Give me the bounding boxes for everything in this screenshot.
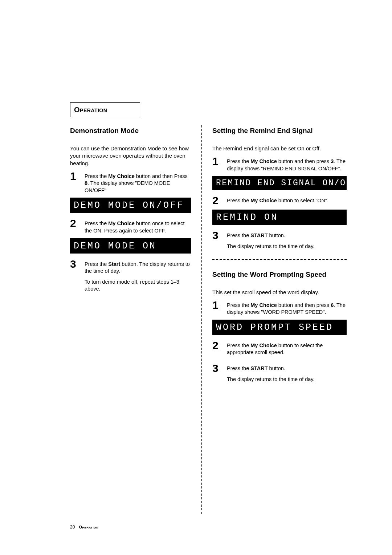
horizontal-divider <box>212 259 347 260</box>
lcd-display: WORD PROMPT SPEED <box>212 320 347 335</box>
heading-demo-mode: Demonstration Mode <box>70 127 191 135</box>
step-text: Press the Start button. The display retu… <box>85 259 191 293</box>
step-subtext: The display returns to the time of day. <box>227 376 315 383</box>
lcd-display: REMIND END SIGNAL ON/OFF <box>212 176 347 190</box>
page-footer: 20 Operation <box>70 524 98 530</box>
step-number: 2 <box>212 195 222 206</box>
step-1: 1 Press the My Choice button and then Pr… <box>70 171 191 194</box>
step-text: Press the My Choice button and then pres… <box>227 156 347 172</box>
footer-section-label: Operation <box>79 525 98 529</box>
step-1: 1 Press the My Choice button and then pr… <box>212 300 347 316</box>
step-text: Press the START button. The display retu… <box>227 230 315 250</box>
step-text: Press the My Choice button and then pres… <box>227 300 347 316</box>
section-tab-label: Operation <box>74 106 107 114</box>
section-tab: Operation <box>70 102 140 117</box>
step-subtext: The display returns to the time of day. <box>227 243 315 250</box>
step-number: 1 <box>212 156 222 172</box>
step-2: 2 Press the My Choice button to select t… <box>212 340 347 356</box>
step-text: Press the My Choice button to select the… <box>227 340 347 356</box>
step-text: Press the My Choice button and then Pres… <box>85 171 191 194</box>
step-3: 3 Press the Start button. The display re… <box>70 259 191 293</box>
step-3: 3 Press the START button. The display re… <box>212 363 347 383</box>
step-number: 2 <box>212 340 222 356</box>
manual-page: Operation Demonstration Mode You can use… <box>0 0 392 555</box>
intro-demo-mode: You can use the Demonstration Mode to se… <box>70 145 191 167</box>
heading-remind-end: Setting the Remind End Signal <box>212 127 347 135</box>
step-1: 1 Press the My Choice button and then pr… <box>212 156 347 172</box>
step-3: 3 Press the START button. The display re… <box>212 230 347 250</box>
right-column: Setting the Remind End Signal The Remind… <box>212 125 347 514</box>
lcd-display: DEMO MODE ON/OFF <box>70 198 191 213</box>
step-subtext: To turn demo mode off, repeat steps 1–3 … <box>85 279 191 293</box>
step-number: 2 <box>70 218 79 234</box>
step-2: 2 Press the My Choice button once to sel… <box>70 218 191 234</box>
step-number: 3 <box>212 230 222 250</box>
step-number: 3 <box>212 363 222 383</box>
step-number: 3 <box>70 259 79 293</box>
page-number: 20 <box>70 524 75 530</box>
lcd-display: DEMO MODE ON <box>70 238 191 254</box>
step-text: Press the START button. The display retu… <box>227 363 315 383</box>
intro-word-prompt: This set the scroll speed of the word di… <box>212 289 347 296</box>
step-text: Press the My Choice button to select "ON… <box>227 195 328 206</box>
intro-remind-end: The Remind End signal can be set On or O… <box>212 145 347 152</box>
content-columns: Demonstration Mode You can use the Demon… <box>70 125 347 514</box>
vertical-divider <box>201 125 202 514</box>
step-text: Press the My Choice button once to selec… <box>85 218 191 234</box>
lcd-display: REMIND ON <box>212 210 347 225</box>
step-number: 1 <box>212 300 222 316</box>
step-2: 2 Press the My Choice button to select "… <box>212 195 347 206</box>
step-number: 1 <box>70 171 79 194</box>
heading-word-prompt: Setting the Word Prompting Speed <box>212 271 347 279</box>
left-column: Demonstration Mode You can use the Demon… <box>70 125 191 514</box>
